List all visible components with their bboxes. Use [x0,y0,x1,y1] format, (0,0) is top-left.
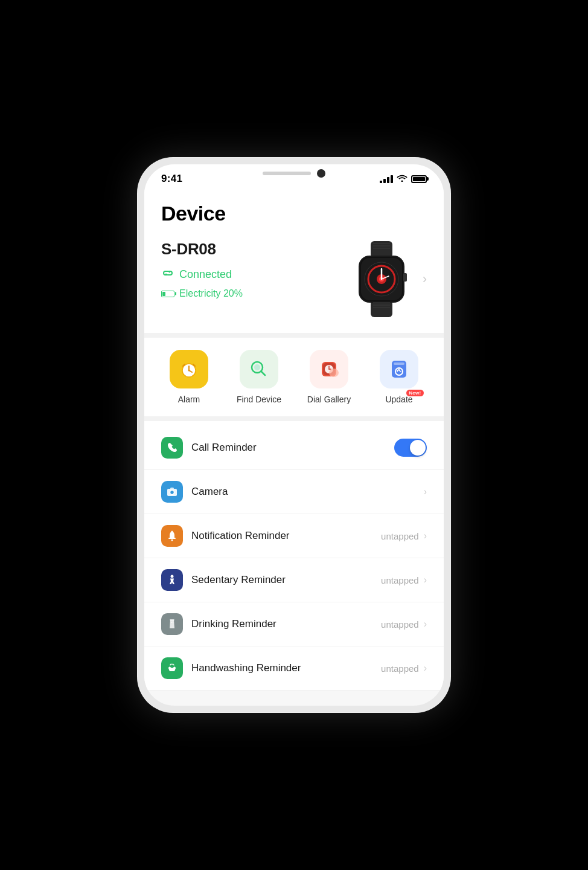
call-reminder-toggle[interactable] [394,439,427,457]
alarm-icon-wrap [170,350,208,388]
drinking-icon [161,613,183,635]
settings-item-left-camera: Camera [161,481,228,503]
call-reminder-icon [161,437,183,459]
handwashing-label: Handwashing Reminder [191,662,301,674]
notification-value: untapped [381,531,419,541]
notification-label: Notification Reminder [191,530,290,542]
settings-item-left-handwashing: Handwashing Reminder [161,657,301,679]
sedentary-label: Sedentary Reminder [191,574,286,586]
find-device-icon-wrap [240,350,278,388]
settings-item-handwashing[interactable]: Handwashing Reminder untapped › [144,646,444,691]
camera-right: › [424,486,427,497]
settings-list: Call Reminder [144,426,444,691]
device-chevron-icon[interactable]: › [423,271,427,287]
svg-point-31 [329,369,339,377]
phone-frame: 9:41 [137,157,451,713]
svg-point-25 [254,364,260,370]
notch-pill [263,172,311,175]
device-card[interactable]: S-DR08 Connected [161,240,427,318]
status-time: 9:41 [161,173,182,185]
drinking-label: Drinking Reminder [191,618,276,630]
settings-item-notification[interactable]: Notification Reminder untapped › [144,514,444,558]
svg-point-40 [171,531,173,533]
app-content: Device S-DR08 Connected [144,190,444,691]
device-section: Device S-DR08 Connected [144,190,444,333]
settings-item-camera[interactable]: Camera › [144,470,444,514]
device-info: S-DR08 Connected [161,240,345,299]
link-icon [161,267,174,282]
battery-fill [413,177,425,181]
device-name: S-DR08 [161,240,345,259]
alarm-label: Alarm [178,395,200,404]
update-icon-wrap [380,350,418,388]
connected-label: Connected [179,268,232,281]
settings-item-sedentary[interactable]: Sedentary Reminder untapped › [144,558,444,602]
drinking-right: untapped › [381,619,427,630]
notification-icon [161,525,183,547]
drinking-value: untapped [381,619,419,630]
action-update[interactable]: Update New! [375,350,423,404]
svg-rect-38 [168,538,176,539]
sedentary-chevron-icon: › [424,575,427,585]
svg-point-41 [171,575,174,578]
device-image-area: › [345,240,427,318]
camera-chevron-icon: › [424,486,427,497]
settings-item-left-notification: Notification Reminder [161,525,290,547]
dial-gallery-label: Dial Gallery [307,395,351,404]
sedentary-icon [161,569,183,591]
notification-chevron-icon: › [424,530,427,541]
battery-status-row: Electricity 20% [161,288,345,299]
notch [240,164,348,182]
settings-item-left-call: Call Reminder [161,437,257,459]
settings-item-left-sedentary: Sedentary Reminder [161,569,286,591]
sedentary-right: untapped › [381,575,427,585]
update-label: Update New! [385,395,412,404]
battery-icon [411,175,427,183]
svg-point-21 [188,370,190,372]
wifi-icon [397,174,407,184]
watch-image [345,240,418,318]
connection-status-row: Connected [161,267,345,282]
settings-item-drinking[interactable]: Drinking Reminder untapped › [144,602,444,646]
call-reminder-right [394,439,427,457]
sedentary-value: untapped [381,575,419,585]
svg-rect-11 [403,273,407,282]
battery-text: Electricity 20% [179,288,243,299]
signal-icon [380,175,393,183]
action-find-device[interactable]: Find Device [235,350,283,404]
svg-rect-33 [394,362,404,365]
svg-rect-37 [170,488,174,489]
svg-line-24 [261,372,266,376]
handwashing-value: untapped [381,663,419,674]
status-icons [380,174,427,184]
status-bar: 9:41 [144,164,444,190]
action-alarm[interactable]: Alarm [165,350,213,404]
camera-icon [161,481,183,503]
settings-divider [144,416,444,421]
camera-label: Camera [191,486,228,498]
toggle-knob [410,440,426,456]
svg-point-36 [170,491,174,495]
drinking-chevron-icon: › [424,619,427,630]
handwashing-icon [161,657,183,679]
handwashing-right: untapped › [381,663,427,674]
settings-item-left-drinking: Drinking Reminder [161,613,276,635]
call-reminder-label: Call Reminder [191,442,257,454]
svg-point-39 [171,540,173,541]
notification-right: untapped › [381,530,427,541]
quick-actions: Alarm Find Device [144,338,444,416]
front-camera [317,169,325,178]
find-device-label: Find Device [237,395,281,404]
new-badge: New! [406,390,423,396]
page-title: Device [161,202,427,225]
settings-item-call-reminder[interactable]: Call Reminder [144,426,444,470]
action-dial-gallery[interactable]: Dial Gallery [305,350,353,404]
phone-screen: 9:41 [144,164,444,706]
handwashing-chevron-icon: › [424,663,427,674]
battery-small-icon [161,291,174,297]
dial-gallery-icon-wrap [310,350,348,388]
section-divider [144,333,444,338]
